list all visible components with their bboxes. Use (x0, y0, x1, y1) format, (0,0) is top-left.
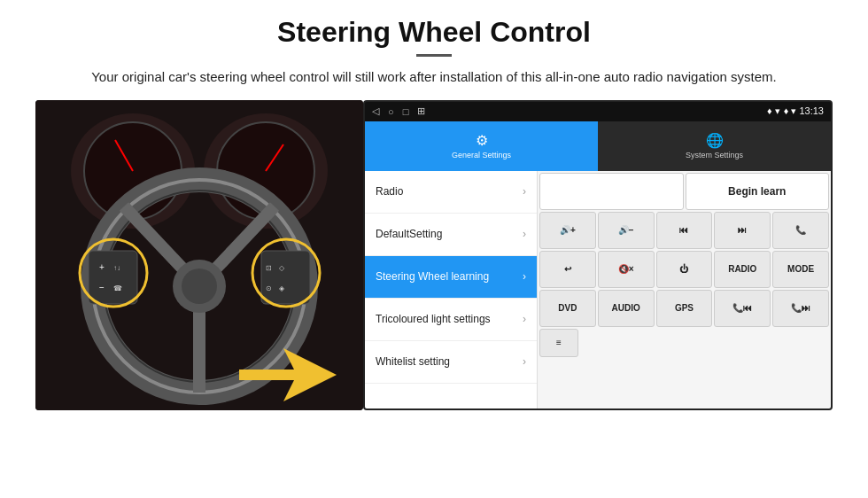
top-tabs: ⚙ General Settings 🌐 System Settings (365, 121, 831, 171)
hang-up-icon: ↩ (564, 264, 571, 274)
recent-nav-icon[interactable]: □ (403, 106, 409, 117)
menu-item-radio[interactable]: Radio › (365, 171, 537, 214)
chevron-icon-whitelist: › (523, 355, 526, 368)
signal-icon: ♦ ▾ (767, 105, 780, 117)
radio-label: RADIO (728, 264, 756, 274)
steering-wheel-image: + − ↑↓ ☎ ⊡ ◇ ⊙ ◈ (35, 100, 363, 410)
ctrl-power[interactable]: ⏻ (656, 251, 713, 288)
menu-panel: Radio › DefaultSetting › Steering Wheel … (365, 171, 538, 409)
menu-item-whitelist[interactable]: Whitelist setting › (365, 341, 537, 384)
svg-text:⊡: ⊡ (266, 264, 272, 272)
svg-rect-15 (89, 251, 137, 304)
chevron-icon-tricolour: › (523, 313, 526, 325)
call-prev-icon: 📞⏮ (732, 303, 752, 313)
chevron-icon-radio: › (523, 185, 526, 198)
ctrl-next-track[interactable]: ⏭ (714, 212, 771, 249)
mode-label: MODE (787, 264, 814, 274)
menu-item-whitelist-label: Whitelist setting (376, 355, 450, 368)
dvd-label: DVD (558, 303, 577, 313)
globe-icon: 🌐 (706, 132, 724, 149)
controls-panel: Begin learn 🔊+ 🔊− ⏮ (538, 171, 831, 409)
chevron-icon-steering: › (523, 270, 526, 283)
next-track-icon: ⏭ (738, 225, 747, 235)
status-bar-info: ♦ ▾ ♦ ▾ 13:13 (767, 105, 824, 117)
svg-text:☎: ☎ (113, 284, 122, 292)
vol-up-icon: 🔊+ (560, 225, 576, 235)
main-content: Radio › DefaultSetting › Steering Wheel … (365, 171, 831, 409)
controls-row-1: 🔊+ 🔊− ⏮ ⏭ 📞 (539, 212, 829, 249)
menu-item-default-label: DefaultSetting (376, 228, 442, 240)
clock: ♦ ▾ 13:13 (784, 105, 824, 117)
menu-item-tricolour-label: Tricoloured light settings (376, 313, 491, 325)
ctrl-call-prev[interactable]: 📞⏮ (714, 290, 771, 327)
power-icon: ⏻ (679, 264, 688, 274)
ctrl-list[interactable]: ≡ (539, 329, 578, 357)
menu-item-steering[interactable]: Steering Wheel learning › (365, 256, 537, 299)
status-bar: ◁ ○ □ ⊞ ♦ ▾ ♦ ▾ 13:13 (365, 102, 831, 121)
tab-general-label: General Settings (452, 151, 511, 160)
vol-down-icon: 🔊− (618, 225, 634, 235)
menu-item-tricolour[interactable]: Tricoloured light settings › (365, 299, 537, 341)
list-icon: ≡ (556, 338, 562, 347)
svg-text:◇: ◇ (279, 264, 285, 272)
controls-row-2: ↩ 🔇× ⏻ RADIO MODE (539, 251, 829, 288)
svg-rect-20 (261, 251, 310, 304)
content-row: + − ↑↓ ☎ ⊡ ◇ ⊙ ◈ (35, 100, 833, 490)
menu-item-default[interactable]: DefaultSetting › (365, 214, 537, 256)
menu-item-radio-label: Radio (376, 185, 403, 198)
prev-track-icon: ⏮ (679, 225, 688, 235)
svg-text:+: + (99, 262, 105, 272)
android-screen: ◁ ○ □ ⊞ ♦ ▾ ♦ ▾ 13:13 ⚙ General Settings… (363, 100, 833, 410)
svg-text:◈: ◈ (279, 284, 285, 292)
menu-item-steering-label: Steering Wheel learning (376, 270, 489, 283)
tab-system-label: System Settings (686, 151, 743, 160)
ctrl-radio[interactable]: RADIO (714, 251, 771, 288)
ctrl-mode[interactable]: MODE (772, 251, 829, 288)
audio-label: AUDIO (612, 303, 640, 313)
menu-nav-icon[interactable]: ⊞ (417, 105, 425, 117)
ctrl-prev-track[interactable]: ⏮ (656, 212, 713, 249)
ctrl-vol-up[interactable]: 🔊+ (539, 212, 596, 249)
ctrl-gps[interactable]: GPS (656, 290, 713, 327)
tab-general-settings[interactable]: ⚙ General Settings (365, 121, 598, 171)
call-next-icon: 📞⏭ (791, 303, 810, 313)
ctrl-dvd[interactable]: DVD (539, 290, 596, 327)
back-nav-icon[interactable]: ◁ (372, 105, 379, 117)
status-bar-nav: ◁ ○ □ ⊞ (372, 105, 425, 117)
mute-icon: 🔇× (618, 264, 634, 274)
call-icon: 📞 (795, 225, 806, 235)
page: Steering Wheel Control Your original car… (0, 0, 868, 498)
gear-icon: ⚙ (476, 132, 488, 149)
title-divider (416, 54, 452, 57)
ctrl-mute[interactable]: 🔇× (598, 251, 655, 288)
svg-point-14 (182, 268, 217, 304)
svg-text:↑↓: ↑↓ (113, 264, 120, 272)
gps-label: GPS (675, 303, 694, 313)
ctrl-call[interactable]: 📞 (772, 212, 829, 249)
ctrl-vol-down[interactable]: 🔊− (598, 212, 655, 249)
home-nav-icon[interactable]: ○ (388, 106, 394, 117)
begin-learn-button[interactable]: Begin learn (686, 173, 830, 210)
ctrl-audio[interactable]: AUDIO (598, 290, 655, 327)
tab-system-settings[interactable]: 🌐 System Settings (598, 121, 831, 171)
chevron-icon-default: › (523, 228, 526, 240)
controls-row-0: Begin learn (539, 173, 829, 210)
svg-text:⊙: ⊙ (266, 284, 272, 292)
page-title: Steering Wheel Control (277, 16, 591, 49)
controls-row-3: DVD AUDIO GPS 📞⏮ 📞⏭ (539, 290, 829, 327)
controls-row-4: ≡ (539, 329, 829, 357)
svg-rect-28 (239, 370, 297, 380)
svg-text:−: − (99, 283, 105, 292)
ctrl-hang-up[interactable]: ↩ (539, 251, 596, 288)
page-subtitle: Your original car's steering wheel contr… (91, 67, 777, 88)
ctrl-call-next[interactable]: 📞⏭ (772, 290, 829, 327)
ctrl-empty (539, 173, 684, 210)
